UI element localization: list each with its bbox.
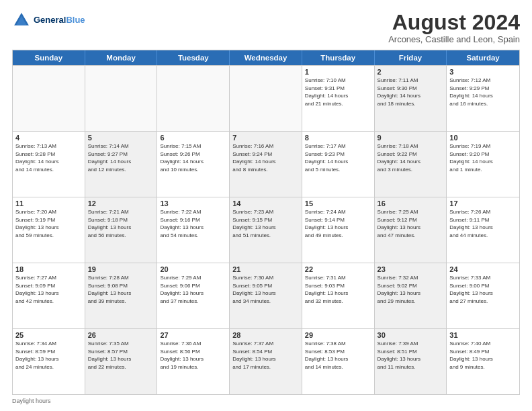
day-cell-15: 15Sunrise: 7:24 AM Sunset: 9:14 PM Dayli… [302,197,375,263]
day-number: 5 [88,134,154,142]
day-cell-24: 24Sunrise: 7:33 AM Sunset: 9:00 PM Dayli… [447,263,519,328]
day-info: Sunrise: 7:29 AM Sunset: 9:06 PM Dayligh… [160,274,226,305]
day-cell-23: 23Sunrise: 7:32 AM Sunset: 9:02 PM Dayli… [375,263,447,328]
day-number: 7 [232,134,299,142]
day-number: 10 [449,134,517,142]
day-number: 18 [15,265,82,273]
calendar-header: SundayMondayTuesdayWednesdayThursdayFrid… [13,50,519,65]
calendar-row: 1Sunrise: 7:10 AM Sunset: 9:31 PM Daylig… [13,65,519,131]
day-cell-9: 9Sunrise: 7:18 AM Sunset: 9:22 PM Daylig… [375,132,447,197]
month-title: August 2024 [388,11,520,34]
day-number: 24 [449,265,517,273]
day-number: 13 [160,199,226,208]
day-info: Sunrise: 7:18 AM Sunset: 9:22 PM Dayligh… [378,142,444,173]
day-number: 21 [232,265,299,273]
day-number: 28 [232,331,299,339]
day-number: 8 [305,134,371,142]
day-cell-14: 14Sunrise: 7:23 AM Sunset: 9:15 PM Dayli… [230,197,302,263]
calendar: SundayMondayTuesdayWednesdayThursdayFrid… [12,50,520,395]
day-info: Sunrise: 7:21 AM Sunset: 9:18 PM Dayligh… [88,208,154,239]
header-cell-saturday: Saturday [447,50,519,65]
day-cell-6: 6Sunrise: 7:15 AM Sunset: 9:26 PM Daylig… [157,132,230,197]
day-number: 1 [305,68,371,76]
day-info: Sunrise: 7:16 AM Sunset: 9:24 PM Dayligh… [232,142,299,173]
day-number: 22 [305,265,371,273]
day-info: Sunrise: 7:25 AM Sunset: 9:12 PM Dayligh… [378,208,444,239]
calendar-row: 11Sunrise: 7:20 AM Sunset: 9:19 PM Dayli… [13,197,519,263]
day-info: Sunrise: 7:23 AM Sunset: 9:15 PM Dayligh… [232,208,299,239]
day-number: 25 [15,331,82,339]
day-cell-20: 20Sunrise: 7:29 AM Sunset: 9:06 PM Dayli… [157,263,230,328]
header-cell-thursday: Thursday [302,50,375,65]
day-cell-18: 18Sunrise: 7:27 AM Sunset: 9:09 PM Dayli… [13,263,85,328]
day-cell-22: 22Sunrise: 7:31 AM Sunset: 9:03 PM Dayli… [302,263,375,328]
calendar-row: 18Sunrise: 7:27 AM Sunset: 9:09 PM Dayli… [13,263,519,328]
day-info: Sunrise: 7:33 AM Sunset: 9:00 PM Dayligh… [449,274,517,305]
day-number: 30 [378,331,444,339]
day-number: 27 [160,331,226,339]
day-cell-4: 4Sunrise: 7:13 AM Sunset: 9:28 PM Daylig… [13,132,85,197]
day-cell-25: 25Sunrise: 7:34 AM Sunset: 8:59 PM Dayli… [13,329,85,394]
day-cell-11: 11Sunrise: 7:20 AM Sunset: 9:19 PM Dayli… [13,197,85,263]
day-cell-1: 1Sunrise: 7:10 AM Sunset: 9:31 PM Daylig… [302,66,375,131]
day-info: Sunrise: 7:11 AM Sunset: 9:30 PM Dayligh… [378,77,444,107]
header-cell-tuesday: Tuesday [157,50,230,65]
page: GeneralBlue August 2024 Arcones, Castill… [0,0,532,411]
location: Arcones, Castille and Leon, Spain [388,34,520,44]
header-cell-wednesday: Wednesday [230,50,302,65]
day-cell-10: 10Sunrise: 7:19 AM Sunset: 9:20 PM Dayli… [447,132,519,197]
day-cell-26: 26Sunrise: 7:35 AM Sunset: 8:57 PM Dayli… [85,329,158,394]
day-info: Sunrise: 7:22 AM Sunset: 9:16 PM Dayligh… [160,208,226,239]
header-cell-sunday: Sunday [13,50,85,65]
day-number: 20 [160,265,226,273]
day-number: 2 [378,68,444,76]
day-info: Sunrise: 7:15 AM Sunset: 9:26 PM Dayligh… [160,142,226,173]
day-info: Sunrise: 7:17 AM Sunset: 9:23 PM Dayligh… [305,142,371,173]
logo-icon [12,11,31,30]
day-cell-27: 27Sunrise: 7:36 AM Sunset: 8:56 PM Dayli… [157,329,230,394]
day-number: 9 [378,134,444,142]
day-info: Sunrise: 7:31 AM Sunset: 9:03 PM Dayligh… [305,274,371,305]
day-number: 17 [449,199,517,208]
header-cell-friday: Friday [375,50,447,65]
footer-note: Daylight hours [12,398,520,404]
day-number: 29 [305,331,371,339]
empty-cell [13,66,85,131]
day-number: 19 [88,265,154,273]
day-info: Sunrise: 7:28 AM Sunset: 9:08 PM Dayligh… [88,274,154,305]
logo: GeneralBlue [12,11,85,30]
day-info: Sunrise: 7:27 AM Sunset: 9:09 PM Dayligh… [15,274,82,305]
day-cell-19: 19Sunrise: 7:28 AM Sunset: 9:08 PM Dayli… [85,263,158,328]
day-info: Sunrise: 7:14 AM Sunset: 9:27 PM Dayligh… [88,142,154,173]
day-number: 26 [88,331,154,339]
day-cell-29: 29Sunrise: 7:38 AM Sunset: 8:53 PM Dayli… [302,329,375,394]
day-info: Sunrise: 7:10 AM Sunset: 9:31 PM Dayligh… [305,77,371,107]
day-info: Sunrise: 7:13 AM Sunset: 9:28 PM Dayligh… [15,142,82,173]
day-cell-3: 3Sunrise: 7:12 AM Sunset: 9:29 PM Daylig… [447,66,519,131]
day-cell-7: 7Sunrise: 7:16 AM Sunset: 9:24 PM Daylig… [230,132,302,197]
empty-cell [85,66,158,131]
day-number: 12 [88,199,154,208]
day-info: Sunrise: 7:32 AM Sunset: 9:02 PM Dayligh… [378,274,444,305]
day-cell-5: 5Sunrise: 7:14 AM Sunset: 9:27 PM Daylig… [85,132,158,197]
day-number: 14 [232,199,299,208]
day-info: Sunrise: 7:38 AM Sunset: 8:53 PM Dayligh… [305,340,371,371]
header: GeneralBlue August 2024 Arcones, Castill… [12,11,520,44]
day-info: Sunrise: 7:34 AM Sunset: 8:59 PM Dayligh… [15,340,82,371]
day-cell-12: 12Sunrise: 7:21 AM Sunset: 9:18 PM Dayli… [85,197,158,263]
day-number: 6 [160,134,226,142]
title-area: August 2024 Arcones, Castille and Leon, … [388,11,520,44]
day-info: Sunrise: 7:20 AM Sunset: 9:19 PM Dayligh… [15,208,82,239]
day-number: 15 [305,199,371,208]
day-cell-30: 30Sunrise: 7:39 AM Sunset: 8:51 PM Dayli… [375,329,447,394]
day-info: Sunrise: 7:12 AM Sunset: 9:29 PM Dayligh… [449,77,517,107]
day-number: 23 [378,265,444,273]
calendar-body: 1Sunrise: 7:10 AM Sunset: 9:31 PM Daylig… [13,65,519,394]
day-cell-17: 17Sunrise: 7:26 AM Sunset: 9:11 PM Dayli… [447,197,519,263]
empty-cell [157,66,230,131]
calendar-row: 4Sunrise: 7:13 AM Sunset: 9:28 PM Daylig… [13,131,519,197]
day-cell-28: 28Sunrise: 7:37 AM Sunset: 8:54 PM Dayli… [230,329,302,394]
day-cell-13: 13Sunrise: 7:22 AM Sunset: 9:16 PM Dayli… [157,197,230,263]
day-cell-16: 16Sunrise: 7:25 AM Sunset: 9:12 PM Dayli… [375,197,447,263]
logo-text: GeneralBlue [34,15,85,26]
